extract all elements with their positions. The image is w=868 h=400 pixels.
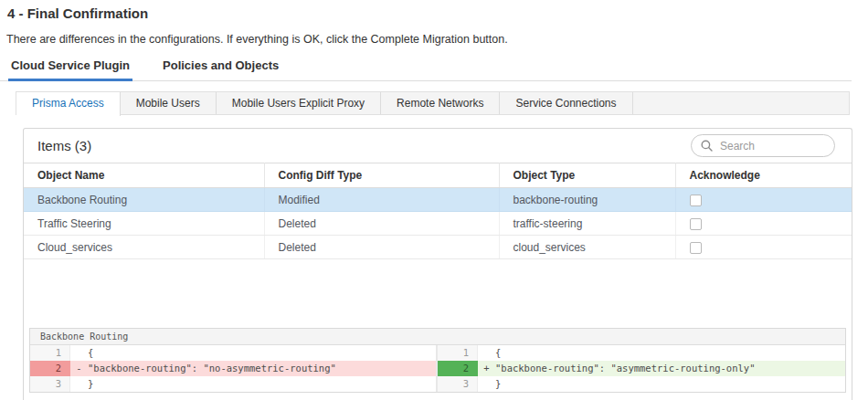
line-number: 1 xyxy=(438,345,478,361)
cell-acknowledge xyxy=(675,188,852,212)
cell-object-type: cloud_services xyxy=(499,236,675,259)
table-row-backbone-routing[interactable]: Backbone RoutingModifiedbackbone-routing xyxy=(24,188,852,212)
tab-cloud-service-plugin[interactable]: Cloud Service Plugin xyxy=(8,54,132,81)
cell-config-diff-type: Deleted xyxy=(264,236,499,259)
secondary-tabs: Prisma AccessMobile UsersMobile Users Ex… xyxy=(16,91,850,115)
diff-marker xyxy=(70,345,88,361)
acknowledge-checkbox[interactable] xyxy=(690,195,702,206)
line-number: 3 xyxy=(30,376,70,392)
search-input[interactable] xyxy=(720,140,825,153)
column-header-object-name[interactable]: Object Name xyxy=(24,163,264,188)
tab-policies-and-objects[interactable]: Policies and Objects xyxy=(160,54,281,81)
diff-line-context: 1{ xyxy=(30,345,436,361)
diff-code: "backbone-routing": "asymmetric-routing-… xyxy=(495,361,755,376)
column-header-acknowledge[interactable]: Acknowledge xyxy=(675,163,852,188)
diff-code: { xyxy=(88,345,93,361)
diff-line-context: 1{ xyxy=(438,345,845,361)
primary-tabs: Cloud Service PluginPolicies and Objects xyxy=(0,54,852,81)
items-panel: Items (3) Object Name Config Diff Type O… xyxy=(23,128,852,400)
items-table-body: Backbone RoutingModifiedbackbone-routing… xyxy=(24,188,852,259)
diff-body: 1{2-"backbone-routing": "no-asymmetric-r… xyxy=(30,345,845,392)
search-box[interactable] xyxy=(691,134,835,157)
cell-acknowledge xyxy=(675,236,852,259)
cell-object-type: traffic-steering xyxy=(499,212,675,236)
table-row-cloud-services[interactable]: Cloud_servicesDeletedcloud_services xyxy=(24,236,852,259)
cell-object-type: backbone-routing xyxy=(499,188,675,212)
diff-marker xyxy=(478,376,495,392)
cell-config-diff-type: Modified xyxy=(264,188,499,212)
diff-marker: + xyxy=(478,361,495,376)
subtab-mobile-users-explicit-proxy[interactable]: Mobile Users Explicit Proxy xyxy=(217,92,381,114)
items-count-title: Items (3) xyxy=(37,138,91,153)
line-number: 2 xyxy=(30,361,70,376)
subtab-service-connections[interactable]: Service Connections xyxy=(500,92,632,114)
search-icon xyxy=(701,140,713,152)
diff-line-context: 3} xyxy=(438,376,845,392)
subtab-remote-networks[interactable]: Remote Networks xyxy=(381,92,500,114)
cell-object-name: Traffic Steering xyxy=(24,212,264,236)
items-table: Object Name Config Diff Type Object Type… xyxy=(24,163,852,259)
line-number: 3 xyxy=(438,376,478,392)
diff-marker xyxy=(70,376,88,392)
line-number: 2 xyxy=(438,361,478,376)
diff-title: Backbone Routing xyxy=(30,329,845,345)
diff-code: } xyxy=(495,376,501,392)
diff-code: "backbone-routing": "no-asymmetric-routi… xyxy=(88,361,336,376)
cell-object-name: Backbone Routing xyxy=(24,188,264,212)
cell-config-diff-type: Deleted xyxy=(264,212,499,236)
column-header-object-type[interactable]: Object Type xyxy=(499,163,675,188)
diff-code: } xyxy=(88,376,93,392)
table-row-traffic-steering[interactable]: Traffic SteeringDeletedtraffic-steering xyxy=(24,212,852,236)
page-title: 4 - Final Confirmation xyxy=(7,5,868,21)
final-confirmation-page: { "page": { "title": "4 - Final Confirma… xyxy=(0,0,868,400)
subtab-prisma-access[interactable]: Prisma Access xyxy=(16,92,121,116)
items-panel-header: Items (3) xyxy=(24,129,852,163)
acknowledge-checkbox[interactable] xyxy=(690,242,702,254)
diff-line-context: 3} xyxy=(30,376,436,392)
diff-marker: - xyxy=(70,361,88,376)
diff-code: { xyxy=(495,345,501,361)
cell-object-name: Cloud_services xyxy=(24,236,264,259)
subtab-mobile-users[interactable]: Mobile Users xyxy=(121,92,217,114)
diff-viewer: Backbone Routing 1{2-"backbone-routing":… xyxy=(29,328,846,393)
diff-marker xyxy=(478,345,495,361)
column-header-config-diff-type[interactable]: Config Diff Type xyxy=(264,163,499,188)
diff-pane-after: 1{2+"backbone-routing": "asymmetric-rout… xyxy=(438,345,845,392)
page-description: There are differences in the configurati… xyxy=(6,33,868,46)
diff-line-removed: 2-"backbone-routing": "no-asymmetric-rou… xyxy=(30,361,436,376)
panel-spacer xyxy=(24,259,852,328)
diff-pane-before: 1{2-"backbone-routing": "no-asymmetric-r… xyxy=(30,345,438,392)
items-table-header-row: Object Name Config Diff Type Object Type… xyxy=(24,163,852,188)
diff-line-added: 2+"backbone-routing": "asymmetric-routin… xyxy=(438,361,845,376)
cell-acknowledge xyxy=(675,212,852,236)
line-number: 1 xyxy=(30,345,70,361)
acknowledge-checkbox[interactable] xyxy=(690,218,702,230)
